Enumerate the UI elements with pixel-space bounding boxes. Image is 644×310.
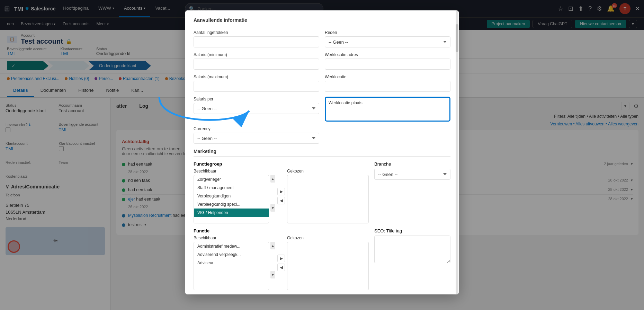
functie-transfer-arrows: ▶ ◀: [277, 255, 285, 271]
marketing-section-title: Marketing: [194, 149, 450, 157]
seo-textarea[interactable]: [374, 236, 450, 263]
functie-scroll-down-button[interactable]: ▼: [270, 271, 275, 278]
salaris-per-group: Salaris per -- Geen --: [194, 97, 319, 122]
werklocatie-adres-input[interactable]: [325, 59, 450, 70]
functie-listbox-with-scroll: Administratief medew... Adviserend verpl…: [194, 242, 275, 290]
functiegroep-row: Functiegroep Beschikbaar Zorgverleger St…: [194, 161, 450, 223]
currency-group: Currency -- Geen --: [194, 126, 319, 144]
salaris-max-group: Salaris (maximum): [194, 74, 319, 92]
modal-overlay: Aanvullende informatie Aantal ingetrokke…: [0, 0, 644, 310]
functiegroep-gekozen-listbox[interactable]: [287, 175, 369, 223]
list-item[interactable]: Zorgverleger: [194, 175, 269, 184]
move-left-button[interactable]: ◀: [277, 197, 285, 204]
move-right-button[interactable]: ▶: [277, 188, 285, 195]
functie-scroll-controls: ▲ ▼: [270, 242, 275, 290]
functie-scroll-up-button[interactable]: ▲: [270, 242, 275, 249]
werklocatie-adres-label: Werklocatie adres: [325, 52, 450, 57]
transfer-arrows: ▶ ◀: [277, 188, 285, 204]
werklocatie-label: Werklocatie: [325, 74, 450, 79]
list-item[interactable]: Administratief medew...: [194, 242, 269, 250]
functie-gekozen-label: Gekozen: [287, 236, 369, 240]
modal-body: Aanvullende informatie Aantal ingetrokke…: [185, 10, 459, 294]
functiegroep-beschikbaar-label: Beschikbaar: [194, 169, 275, 174]
functie-beschikbaar-container: Beschikbaar Administratief medew... Advi…: [194, 236, 275, 290]
scroll-up-button[interactable]: ▲: [270, 175, 275, 183]
salaris-per-row: Salaris per -- Geen -- Werklocatie plaat…: [194, 97, 450, 122]
salaris-max-row: Salaris (maximum) Werklocatie: [194, 74, 450, 92]
werklocatie-group: Werklocatie: [325, 74, 450, 92]
aantal-ingetrokken-label: Aantal ingetrokken: [194, 30, 319, 35]
salaris-per-select[interactable]: -- Geen --: [194, 103, 319, 114]
functiegroep-beschikbaar-listbox[interactable]: Zorgverleger Staff / management Verpleeg…: [194, 175, 269, 223]
functie-listbox-wrap: Beschikbaar Administratief medew... Advi…: [194, 236, 369, 290]
salaris-max-label: Salaris (maximum): [194, 74, 319, 79]
functie-gekozen-listbox[interactable]: [287, 242, 369, 290]
aantal-ingetrokken-group: Aantal ingetrokken: [194, 30, 319, 47]
list-item[interactable]: Verpleegkundig speci...: [194, 200, 269, 209]
salaris-min-row: Salaris (minimum) Werklocatie adres: [194, 52, 450, 70]
salaris-max-input[interactable]: [194, 81, 319, 92]
functiegroep-left: Functiegroep Beschikbaar Zorgverleger St…: [194, 161, 369, 223]
functiegroep-gekozen-label: Gekozen: [287, 169, 369, 174]
salaris-min-input[interactable]: [194, 59, 319, 70]
list-item[interactable]: Adviseur: [194, 259, 269, 267]
functie-row: Functie Beschikbaar Administratief medew…: [194, 228, 450, 290]
functie-move-right-button[interactable]: ▶: [277, 255, 285, 262]
aantal-reden-row: Aantal ingetrokken Reden -- Geen --: [194, 30, 450, 47]
branche-select[interactable]: -- Geen --: [374, 169, 450, 180]
functie-gekozen-container: Gekozen: [287, 236, 369, 290]
functie-beschikbaar-listbox[interactable]: Administratief medew... Adviserend verpl…: [194, 242, 269, 290]
functie-title: Functie: [194, 228, 369, 233]
functiegroep-title: Functiegroep: [194, 161, 369, 167]
vacature-modal: Aanvullende informatie Aantal ingetrokke…: [185, 10, 459, 294]
modal-scrollbar[interactable]: [455, 10, 459, 294]
werklocatie-adres-group: Werklocatie adres: [325, 52, 450, 70]
salaris-min-label: Salaris (minimum): [194, 52, 319, 57]
scroll-down-button[interactable]: ▼: [270, 204, 275, 212]
aantal-ingetrokken-input[interactable]: [194, 36, 319, 47]
werklocatie-input[interactable]: [325, 81, 450, 92]
currency-row: Currency -- Geen --: [194, 126, 450, 144]
reden-label: Reden: [325, 30, 450, 35]
werklocatie-plaats-input[interactable]: [329, 107, 447, 118]
list-item-selected[interactable]: VIG / Helpenden: [194, 209, 269, 217]
functie-move-left-button[interactable]: ◀: [277, 264, 285, 271]
listbox-scroll-controls: ▲ ▼: [270, 175, 275, 223]
list-item[interactable]: Adviserend verpleegk...: [194, 250, 269, 259]
branche-section: Branche -- Geen --: [374, 161, 450, 180]
functiegroep-beschikbaar-container: Beschikbaar Zorgverleger Staff / managem…: [194, 169, 275, 223]
currency-select[interactable]: -- Geen --: [194, 133, 319, 144]
werklocatie-plaats-label: Werklocatie plaats: [329, 100, 447, 105]
functie-beschikbaar-label: Beschikbaar: [194, 236, 275, 240]
currency-label: Currency: [194, 126, 319, 131]
listbox-with-scroll: Zorgverleger Staff / management Verpleeg…: [194, 175, 275, 223]
list-item[interactable]: Staff / management: [194, 184, 269, 192]
seo-label: SEO: Title tag: [374, 228, 450, 233]
functiegroep-listbox-wrap: Beschikbaar Zorgverleger Staff / managem…: [194, 169, 369, 223]
seo-section: SEO: Title tag: [374, 228, 450, 264]
reden-select[interactable]: -- Geen --: [325, 36, 450, 47]
functiegroep-gekozen-container: Gekozen: [287, 169, 369, 223]
functie-section: Functie Beschikbaar Administratief medew…: [194, 228, 450, 290]
aanvullende-section-title: Aanvullende informatie: [194, 17, 450, 25]
reden-group: Reden -- Geen --: [325, 30, 450, 47]
werklocatie-plaats-group: Werklocatie plaats: [325, 97, 450, 122]
salaris-per-label: Salaris per: [194, 97, 319, 101]
salaris-min-group: Salaris (minimum): [194, 52, 319, 70]
functiegroep-section: Functiegroep Beschikbaar Zorgverleger St…: [194, 161, 450, 223]
functie-left: Functie Beschikbaar Administratief medew…: [194, 228, 369, 290]
list-item[interactable]: Verpleegkundigen: [194, 192, 269, 200]
branche-label: Branche: [374, 161, 450, 167]
